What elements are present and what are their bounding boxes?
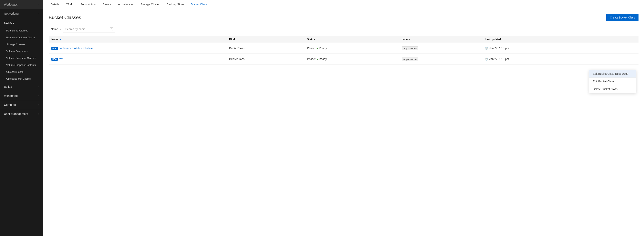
col-status: Status ⋮ [304,36,399,43]
sidebar-item-compute[interactable]: Compute › [0,100,43,109]
filter-row: Name ▼ / [49,26,638,33]
time-value-1: Jan 27, 1:19 pm [489,57,509,61]
status-dot-0: ● [316,47,318,50]
col-last-updated: Last updated ⋮ [482,36,593,43]
nbc-badge-1: NBC [52,58,58,61]
tab-events[interactable]: Events [99,0,114,9]
sidebar-sub-object-bucket-claims[interactable]: Object Bucket Claims [0,75,43,82]
sidebar-sub-object-buckets[interactable]: Object Buckets [0,68,43,75]
tab-details[interactable]: Details [47,0,62,9]
col-sort-status[interactable]: Status ⋮ [307,38,318,41]
chevron-right-icon: › [38,3,39,6]
page-content-area: Bucket Classes Create Bucket Class Name … [43,9,644,236]
context-menu-edit-resources[interactable]: Edit Bucket Class Resources [589,70,636,78]
cell-status-1: Phase: ● Ready [304,54,399,64]
sidebar-item-storage[interactable]: Storage ⌄ [0,18,43,27]
row-menu-button-1[interactable]: ⋮ [596,56,602,62]
cell-name-0: NBCnoobaa-default-bucket-class [49,43,226,54]
status-label-0: Ready [319,47,327,50]
chevron-down-icon: ▼ [59,28,61,30]
sort-sep-icon: ⋮ [236,38,238,41]
filter-dropdown[interactable]: Name ▼ [49,26,63,32]
cell-name-1: NBCtest [49,54,226,64]
bucket-class-table: Name ▲ Kind ⋮ Status ⋮ [49,36,638,64]
cell-kind-1: BucketClass [226,54,304,64]
col-sort-last-updated[interactable]: Last updated ⋮ [485,38,504,41]
chevron-right-icon: › [38,94,39,97]
sidebar-sub-persistent-volumes[interactable]: Persistent Volumes [0,27,43,34]
tab-subscription[interactable]: Subscription [77,0,99,9]
sidebar-item-label: Builds [4,85,12,88]
cell-menu-1: ⋮ [593,54,638,64]
tab-yaml[interactable]: YAML [62,0,77,9]
sort-asc-icon: ▲ [59,38,62,41]
row-name-link-1[interactable]: test [59,57,64,61]
sidebar-sub-persistent-volume-claims[interactable]: Persistent Volume Claims [0,34,43,41]
context-menu-delete-class[interactable]: Delete Bucket Class [589,85,636,93]
label-badge-0: app=noobaa [402,46,418,50]
status-phase-0: Phase: [307,47,316,50]
col-sort-name[interactable]: Name ▲ [52,38,62,41]
chevron-down-icon: ⌄ [37,21,39,24]
search-input-wrap: / [63,26,115,33]
sidebar-item-label: Monitoring [4,94,18,97]
sidebar-item-monitoring[interactable]: Monitoring › [0,91,43,100]
tab-backing-store[interactable]: Backing Store [163,0,188,9]
sidebar-sub-volume-snapshot-classes[interactable]: Volume Snapshot Classes [0,55,43,62]
nbc-badge-0: NBC [52,47,58,50]
table-header-row: Name ▲ Kind ⋮ Status ⋮ [49,36,638,43]
label-badge-1: app=noobaa [402,57,418,61]
col-kind: Kind ⋮ [226,36,304,43]
sidebar-item-builds[interactable]: Builds › [0,82,43,91]
tab-bar: Details YAML Subscription Events All ins… [43,0,644,9]
tab-storage-cluster[interactable]: Storage Cluster [137,0,163,9]
col-name: Name ▲ [49,36,226,43]
sidebar-sub-storage-classes[interactable]: Storage Classes [0,41,43,48]
sidebar-item-user-management[interactable]: User Management › [0,109,43,119]
filter-dropdown-label: Name [51,28,58,31]
tab-all-instances[interactable]: All instances [114,0,137,9]
sort-sep-icon: ⋮ [502,38,504,41]
sidebar-item-workloads[interactable]: Workloads › [0,0,43,9]
chevron-right-icon: › [38,112,39,115]
sidebar-item-label: Storage [4,21,14,24]
col-sort-kind[interactable]: Kind ⋮ [229,38,238,41]
table-row: NBCtest BucketClass Phase: ● Ready app=n… [49,54,638,64]
time-value-0: Jan 27, 1:18 pm [489,47,509,50]
chevron-right-icon: › [38,85,39,88]
row-menu-button-0[interactable]: ⋮ [596,45,602,51]
main-content: Details YAML Subscription Events All ins… [43,0,644,236]
table-row: NBCnoobaa-default-bucket-class BucketCla… [49,43,638,54]
sidebar: Workloads › Networking › Storage ⌄ Persi… [0,0,43,236]
status-dot-1: ● [316,57,318,61]
tab-bucket-class[interactable]: Bucket Class [188,0,210,9]
row-name-link-0[interactable]: noobaa-default-bucket-class [59,47,94,50]
sidebar-sub-volume-snapshot-contents[interactable]: VolumeSnapshotContents [0,62,43,68]
status-label-1: Ready [319,57,327,61]
sidebar-sub-volume-snapshots[interactable]: Volume Snapshots [0,48,43,55]
cell-kind-0: BucketClass [226,43,304,54]
cell-labels-1: app=noobaa [399,54,482,64]
sidebar-item-label: User Management [4,112,28,115]
sidebar-item-label: Workloads [4,3,18,6]
cell-menu-0: ⋮ [593,43,638,54]
cell-last-updated-0: 🕐 Jan 27, 1:18 pm [482,43,593,54]
cell-status-0: Phase: ● Ready [304,43,399,54]
chevron-right-icon: › [38,12,39,15]
page-header: Bucket Classes Create Bucket Class [49,14,638,21]
sidebar-item-networking[interactable]: Networking › [0,9,43,18]
sidebar-item-label: Networking [4,12,19,15]
context-menu: Edit Bucket Class Resources Edit Bucket … [589,70,636,93]
search-slash-key: / [110,27,113,31]
search-input[interactable] [65,28,108,31]
time-icon-1: 🕐 [485,58,488,61]
cell-last-updated-1: 🕐 Jan 27, 1:19 pm [482,54,593,64]
create-bucket-class-button[interactable]: Create Bucket Class [606,14,638,21]
col-actions [593,36,638,43]
col-sort-labels[interactable]: Labels ⋮ [402,38,413,41]
col-labels: Labels ⋮ [399,36,482,43]
time-icon-0: 🕐 [485,47,488,50]
context-menu-edit-class[interactable]: Edit Bucket Class [589,78,636,85]
sidebar-item-label: Compute [4,103,16,106]
sort-sep-icon: ⋮ [316,38,318,41]
